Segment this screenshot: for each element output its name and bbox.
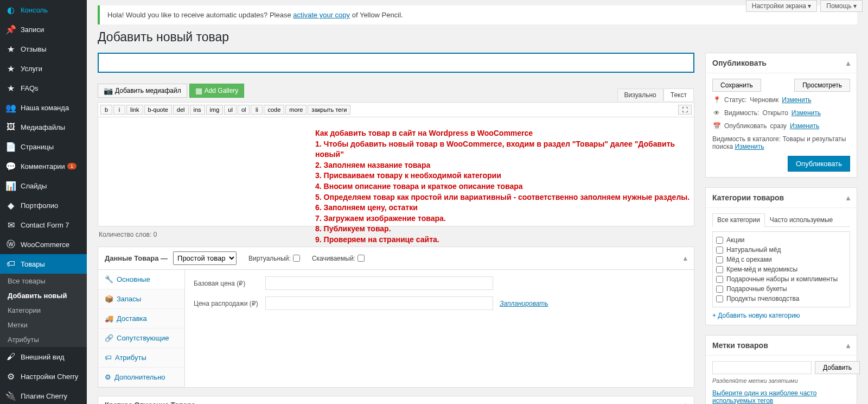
popular-tags-link[interactable]: Выберите один из наиболее часто использу… [712, 389, 850, 404]
menu-item-13[interactable]: 🏷Товары [0, 254, 87, 274]
category-item: Натуральный мёд [716, 245, 846, 255]
menu-icon: 🔌 [5, 390, 16, 401]
submenu-item[interactable]: Добавить новый [0, 288, 87, 303]
fullscreen-icon[interactable]: ⛶ [678, 105, 692, 115]
save-draft-button[interactable]: Сохранить [712, 79, 761, 92]
panel-toggle-icon[interactable]: ▴ [684, 254, 687, 262]
help-button[interactable]: Помощь ▾ [820, 0, 863, 12]
menu-item-16[interactable]: 🔌Плагин Cherry [0, 386, 87, 404]
panel-toggle-icon[interactable]: ▴ [846, 59, 850, 67]
editor-body[interactable]: Как добавить товар в сайт на Wordpress в… [98, 117, 694, 226]
schedule-link[interactable]: Запланировать [500, 300, 548, 307]
product-type-select[interactable]: Простой товар [173, 251, 237, 265]
submenu-item[interactable]: Метки [0, 318, 87, 332]
update-notice: Hola! Would you like to receive automati… [98, 5, 857, 24]
category-checkbox[interactable] [716, 276, 723, 283]
pd-tab-5[interactable]: ⚙Дополнительно [98, 368, 184, 387]
sale-price-input[interactable] [265, 296, 493, 310]
toolbar-btn-закрыть теги[interactable]: закрыть теги [308, 105, 350, 115]
add-gallery-button[interactable]: ▦Add Gallery [189, 84, 245, 98]
menu-item-11[interactable]: ✉Contact Form 7 [0, 215, 87, 235]
edit-publish-link[interactable]: Изменить [790, 122, 819, 130]
toolbar-btn-li[interactable]: li [251, 105, 263, 115]
cat-tab-freq[interactable]: Часто используемые [765, 213, 838, 226]
tag-input[interactable] [712, 361, 812, 374]
category-item: Акции [716, 235, 846, 245]
page-title: Добавить новый товар [98, 30, 857, 45]
add-media-button[interactable]: 📷Добавить медиафайл [98, 84, 187, 98]
downloadable-checkbox[interactable] [358, 255, 365, 262]
toolbar-btn-img[interactable]: img [206, 105, 224, 115]
menu-item-15[interactable]: ⚙Настройки Cherry [0, 367, 87, 386]
menu-item-8[interactable]: 💬Комментарии1 [0, 156, 87, 176]
cat-tab-all[interactable]: Все категории [712, 213, 765, 227]
menu-item-5[interactable]: 👥Наша команда [0, 98, 87, 117]
activate-link[interactable]: activate your copy [293, 11, 350, 19]
eye-icon: 👁 [712, 109, 721, 117]
screen-options-button[interactable]: Настройки экрана ▾ [746, 0, 818, 12]
main-content: Настройки экрана ▾ Помощь ▾ Hola! Would … [87, 0, 868, 404]
category-checkbox[interactable] [716, 266, 723, 273]
downloadable-checkbox-label: Скачиваемый: [312, 255, 365, 262]
menu-item-7[interactable]: 📄Страницы [0, 137, 87, 156]
pd-tab-4[interactable]: 🏷Атрибуты [98, 348, 184, 368]
panel-toggle-icon[interactable]: ▴ [684, 401, 687, 404]
menu-item-1[interactable]: 📌Записи [0, 20, 87, 39]
menu-item-2[interactable]: ★Отзывы [0, 39, 87, 59]
preview-button[interactable]: Просмотреть [794, 79, 850, 92]
menu-item-0[interactable]: ◐Консоль [0, 0, 87, 20]
category-checkbox[interactable] [716, 295, 723, 302]
submenu-item[interactable]: Атрибуты [0, 332, 87, 347]
edit-status-link[interactable]: Изменить [782, 96, 811, 104]
submenu-item[interactable]: Категории [0, 303, 87, 318]
annotation-overlay: Как добавить товар в сайт на Wordpress в… [315, 128, 694, 245]
menu-item-12[interactable]: ⓦWooCommerce [0, 235, 87, 254]
toolbar-btn-i[interactable]: i [113, 105, 125, 115]
toolbar-btn-more[interactable]: more [285, 105, 307, 115]
pd-tab-0[interactable]: 🔧Основные [98, 270, 184, 289]
menu-item-14[interactable]: 🖌Внешний вид [0, 347, 87, 367]
publish-box: Опубликовать▴ Сохранить Просмотреть 📍Ста… [705, 53, 857, 178]
editor-tab-visual[interactable]: Визуально [617, 89, 663, 101]
add-category-link[interactable]: + Добавить новую категорию [712, 312, 850, 319]
add-tag-button[interactable]: Добавить [815, 361, 860, 374]
toolbar-btn-ol[interactable]: ol [238, 105, 250, 115]
menu-item-4[interactable]: ★FAQs [0, 78, 87, 98]
menu-item-9[interactable]: 📊Слайды [0, 176, 87, 195]
toolbar-btn-ul[interactable]: ul [224, 105, 237, 115]
tags-box-title: Метки товаров [712, 341, 768, 350]
menu-icon: 🖌 [5, 351, 16, 362]
editor-tab-text[interactable]: Текст [663, 89, 694, 101]
toolbar-btn-ins[interactable]: ins [190, 105, 205, 115]
toolbar-btn-link[interactable]: link [126, 105, 143, 115]
toolbar-btn-del[interactable]: del [173, 105, 189, 115]
category-checkbox[interactable] [716, 247, 723, 254]
edit-catalog-visibility-link[interactable]: Изменить [735, 143, 764, 150]
toolbar-btn-code[interactable]: code [264, 105, 284, 115]
category-checkbox[interactable] [716, 286, 723, 293]
toolbar-btn-b-quote[interactable]: b-quote [144, 105, 172, 115]
pd-tab-3[interactable]: 🔗Сопутствующие [98, 329, 184, 348]
category-checkbox[interactable] [716, 256, 723, 263]
publish-button[interactable]: Опубликовать [788, 156, 850, 172]
menu-item-3[interactable]: ★Услуги [0, 59, 87, 78]
menu-item-10[interactable]: ◆Портфолио [0, 195, 87, 215]
pd-tab-icon: 🏷 [105, 354, 112, 362]
pd-tab-2[interactable]: 🚚Доставка [98, 309, 184, 329]
submenu-item[interactable]: Все товары [0, 274, 87, 288]
product-title-input[interactable] [98, 53, 694, 73]
menu-item-6[interactable]: 🖼Медиафайлы [0, 117, 87, 137]
panel-toggle-icon[interactable]: ▴ [846, 341, 850, 350]
virtual-checkbox[interactable] [293, 255, 300, 262]
menu-icon: ★ [5, 43, 16, 54]
pd-tab-1[interactable]: 📦Запасы [98, 289, 184, 309]
panel-toggle-icon[interactable]: ▴ [846, 193, 850, 202]
menu-icon: 🏷 [5, 258, 16, 269]
virtual-checkbox-label: Виртуальный: [248, 255, 300, 262]
category-item: Подарочные наборы и комплименты [716, 274, 846, 284]
category-checkbox[interactable] [716, 237, 723, 244]
edit-visibility-link[interactable]: Изменить [792, 109, 821, 117]
toolbar-btn-b[interactable]: b [100, 105, 112, 115]
publish-box-title: Опубликовать [712, 59, 767, 67]
regular-price-input[interactable] [265, 276, 493, 290]
